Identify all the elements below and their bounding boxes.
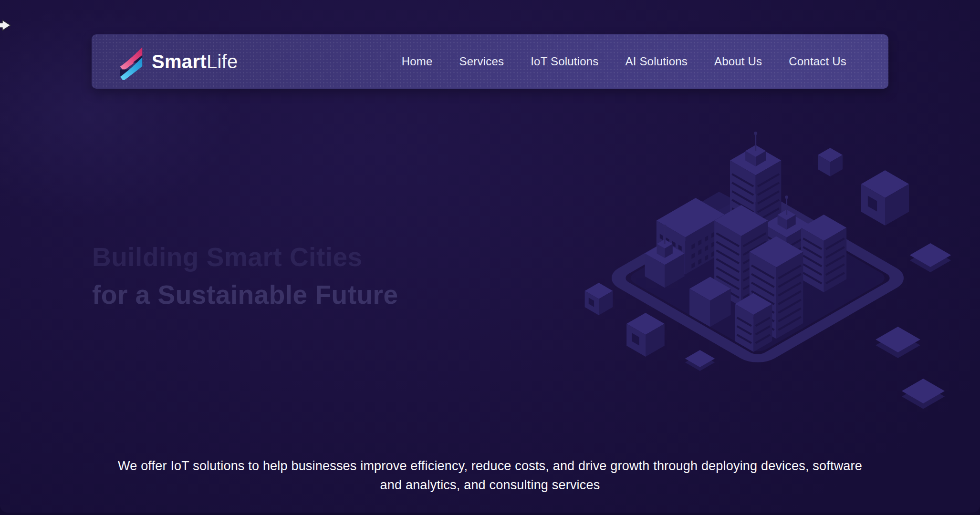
hero-heading: Building Smart Cities for a Sustainable … — [92, 238, 398, 314]
main-nav: Home Services IoT Solutions AI Solutions… — [402, 55, 846, 68]
isometric-city-illustration — [561, 114, 980, 429]
nav-item-home[interactable]: Home — [402, 55, 433, 68]
nav-item-ai-solutions[interactable]: AI Solutions — [625, 55, 687, 68]
nav-item-services[interactable]: Services — [459, 55, 504, 68]
hero-description: We offer IoT solutions to help businesse… — [118, 456, 862, 494]
smartlife-s-ribbon-logo-icon — [117, 43, 145, 80]
brand-name: SmartLife — [152, 52, 238, 71]
nav-item-iot-solutions[interactable]: IoT Solutions — [531, 55, 598, 68]
arrow-cursor-icon — [0, 19, 12, 33]
page-content: SmartLife Home Services IoT Solutions AI… — [0, 0, 980, 513]
hero-heading-line2: for a Sustainable Future — [92, 276, 398, 314]
navbar: SmartLife Home Services IoT Solutions AI… — [92, 34, 888, 89]
nav-item-contact-us[interactable]: Contact Us — [789, 55, 846, 68]
nav-item-about-us[interactable]: About Us — [714, 55, 762, 68]
hero-heading-line1: Building Smart Cities — [92, 238, 398, 276]
brand-logo[interactable]: SmartLife — [117, 43, 238, 80]
